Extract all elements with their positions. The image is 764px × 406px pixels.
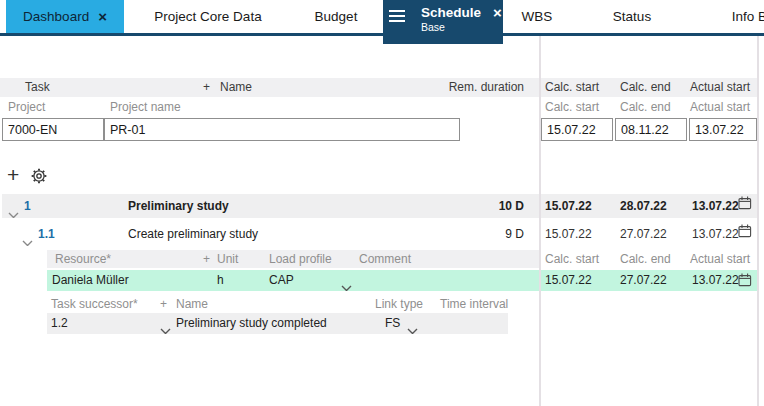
tab-status-label: Status xyxy=(613,9,651,24)
resource-header-row: Resource* + Unit Load profile Comment xyxy=(47,250,539,268)
add-task-button[interactable]: + xyxy=(7,163,19,187)
panel-divider[interactable] xyxy=(539,36,541,406)
tab-project-core-data-label: Project Core Data xyxy=(154,9,261,24)
resource-actual-start: 13.07.22 xyxy=(692,270,739,291)
task-calc-end: 27.07.22 xyxy=(620,222,667,246)
col-actual-start: Actual start xyxy=(690,250,750,268)
successor-name[interactable]: Preliminary study completed xyxy=(176,313,327,334)
task-actual-start: 13.07.22 xyxy=(692,194,739,218)
task-wbs: 1 xyxy=(24,194,31,218)
right-edge-divider[interactable] xyxy=(757,36,759,406)
col-name[interactable]: Name xyxy=(220,78,252,97)
tab-schedule-label: Schedule xyxy=(421,5,481,20)
col-calc-end: Calc. end xyxy=(620,250,671,268)
resource-row[interactable]: Daniela Müller h CAP xyxy=(47,270,539,291)
successor-link-type[interactable]: FS xyxy=(385,313,400,334)
resource-unit[interactable]: h xyxy=(217,270,224,291)
task-rem-duration: 9 D xyxy=(505,222,524,246)
task-calc-start: 15.07.22 xyxy=(545,194,592,218)
add-column-icon[interactable]: + xyxy=(160,295,167,313)
resource-row-dates[interactable]: 15.07.22 27.07.22 13.07.22 xyxy=(541,270,757,291)
task-row-1[interactable]: 1 Preliminary study 10 D xyxy=(2,194,539,218)
project-id-input[interactable] xyxy=(2,118,104,141)
col-time-interval: Time interval xyxy=(440,295,508,313)
task-rem-duration: 10 D xyxy=(499,194,524,218)
project-name-input[interactable] xyxy=(104,118,460,141)
tab-schedule[interactable]: Schedule × Base xyxy=(383,0,503,44)
col-resource: Resource* xyxy=(55,250,111,268)
col-calc-start: Calc. start xyxy=(545,250,599,268)
chevron-down-icon[interactable] xyxy=(341,278,352,291)
label-project-name: Project name xyxy=(110,97,181,117)
project-calc-start-input[interactable] xyxy=(541,118,613,141)
col-actual-start[interactable]: Actual start xyxy=(690,78,750,97)
task-row-1-1-dates[interactable]: 15.07.22 27.07.22 13.07.22 xyxy=(541,222,757,246)
field-label-row-dates: Calc. start Calc. end Actual start xyxy=(541,97,757,117)
project-calc-end-input[interactable] xyxy=(615,118,687,141)
gear-icon[interactable] xyxy=(30,167,48,188)
add-column-icon[interactable]: + xyxy=(203,78,210,97)
col-calc-end[interactable]: Calc. end xyxy=(620,78,671,97)
successor-header-row: Task successor* + Name Link type Time in… xyxy=(47,295,539,313)
column-header-row-dates: Calc. start Calc. end Actual start xyxy=(541,78,757,97)
task-row-1-1[interactable]: 1.1 Create preliminary study 9 D xyxy=(2,222,539,246)
successor-wbs[interactable]: 1.2 xyxy=(51,313,68,334)
task-calc-end: 28.07.22 xyxy=(620,194,667,218)
add-column-icon[interactable]: + xyxy=(203,250,210,268)
task-name: Preliminary study xyxy=(128,194,229,218)
resource-calc-end: 27.07.22 xyxy=(620,270,667,291)
tab-dashboard[interactable]: Dashboard × xyxy=(6,0,124,33)
field-label-row: Project Project name xyxy=(0,97,539,117)
col-calc-start[interactable]: Calc. start xyxy=(545,78,599,97)
close-icon[interactable]: × xyxy=(493,5,502,20)
task-calc-start: 15.07.22 xyxy=(545,222,592,246)
resource-calc-start: 15.07.22 xyxy=(545,270,592,291)
label-actual-start: Actual start xyxy=(690,97,750,117)
calendar-icon[interactable] xyxy=(738,194,752,218)
menu-icon[interactable] xyxy=(389,10,405,25)
tab-info-board-label: Info Board xyxy=(732,9,764,24)
tabbar-underline xyxy=(0,33,764,36)
col-comment: Comment xyxy=(359,250,411,268)
calendar-icon[interactable] xyxy=(738,222,752,246)
collapse-chevron-icon[interactable] xyxy=(8,203,19,218)
collapse-chevron-icon[interactable] xyxy=(22,231,33,246)
col-link-type: Link type xyxy=(375,295,423,313)
label-calc-end: Calc. end xyxy=(620,97,671,117)
col-load-profile: Load profile xyxy=(269,250,332,268)
chevron-down-icon[interactable] xyxy=(407,321,418,334)
resource-header-row-dates: Calc. start Calc. end Actual start xyxy=(541,250,757,268)
label-calc-start: Calc. start xyxy=(545,97,599,117)
task-wbs: 1.1 xyxy=(38,222,55,246)
tab-wbs-label: WBS xyxy=(522,9,553,24)
label-project: Project xyxy=(8,97,45,117)
task-row-1-dates[interactable]: 15.07.22 28.07.22 13.07.22 xyxy=(541,194,757,218)
tab-project-core-data[interactable]: Project Core Data xyxy=(124,0,292,33)
project-actual-start-input[interactable] xyxy=(689,118,757,141)
schedule-window: Dashboard × Project Core Data Budget Sch… xyxy=(0,0,764,406)
resource-load-profile[interactable]: CAP xyxy=(269,270,294,291)
tab-budget-label: Budget xyxy=(315,9,358,24)
task-name: Create preliminary study xyxy=(128,222,258,246)
task-actual-start: 13.07.22 xyxy=(692,222,739,246)
successor-row[interactable]: 1.2 Preliminary study completed FS xyxy=(47,313,508,334)
tab-schedule-sublabel: Base xyxy=(421,21,502,33)
tab-dashboard-label: Dashboard xyxy=(23,9,89,24)
col-name: Name xyxy=(176,295,208,313)
tab-budget[interactable]: Budget xyxy=(292,0,380,33)
col-rem-duration[interactable]: Rem. duration xyxy=(449,78,524,97)
close-icon[interactable]: × xyxy=(98,9,107,24)
tab-info-board[interactable]: Info Board xyxy=(693,0,764,33)
calendar-icon[interactable] xyxy=(738,273,752,291)
col-task[interactable]: Task xyxy=(25,78,50,97)
col-unit: Unit xyxy=(217,250,238,268)
tab-status[interactable]: Status xyxy=(571,0,693,33)
tab-wbs[interactable]: WBS xyxy=(503,0,571,33)
column-header-row: Task + Name Rem. duration xyxy=(0,78,539,97)
resource-name[interactable]: Daniela Müller xyxy=(52,270,129,291)
chevron-down-icon[interactable] xyxy=(160,321,171,334)
col-task-successor: Task successor* xyxy=(51,295,138,313)
